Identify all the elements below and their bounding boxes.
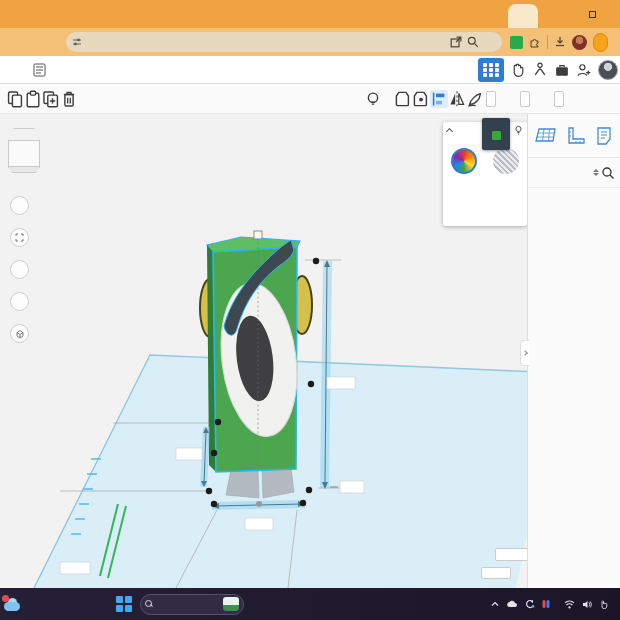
design-properties-icon[interactable] bbox=[33, 63, 46, 77]
sidebar-collapse-handle[interactable] bbox=[520, 340, 529, 366]
browser-address-bar bbox=[0, 28, 620, 56]
group-icon[interactable] bbox=[394, 90, 412, 108]
editor-toolbar bbox=[0, 84, 620, 114]
app-alert-icon[interactable] bbox=[542, 599, 550, 609]
touch-keyboard-icon[interactable] bbox=[599, 600, 609, 609]
open-in-new-icon[interactable] bbox=[450, 36, 462, 48]
shape-category-dropdown[interactable] bbox=[528, 158, 620, 188]
screen bbox=[0, 0, 620, 620]
zoom-page-icon[interactable] bbox=[467, 36, 479, 48]
fit-view-button[interactable] bbox=[10, 228, 29, 247]
browser-profile-avatar[interactable] bbox=[572, 35, 587, 50]
align-icon[interactable] bbox=[430, 90, 448, 108]
dropdown-arrows-icon bbox=[593, 169, 599, 176]
3d-viewport[interactable] bbox=[0, 114, 527, 588]
volume-icon[interactable] bbox=[582, 600, 592, 609]
extension-check-icon[interactable] bbox=[510, 36, 523, 49]
visibility-bulb-icon[interactable] bbox=[514, 125, 523, 135]
extensions-puzzle-icon[interactable] bbox=[529, 36, 541, 48]
download-icon[interactable] bbox=[554, 36, 566, 48]
tab-search-chevron-icon[interactable] bbox=[4, 7, 18, 21]
export-button[interactable] bbox=[520, 91, 530, 107]
notes-tool-icon[interactable] bbox=[595, 126, 613, 146]
new-tab-button[interactable] bbox=[544, 7, 558, 21]
divider bbox=[547, 35, 548, 49]
shapes-sidebar bbox=[527, 114, 620, 588]
solid-material-swatch[interactable] bbox=[451, 148, 477, 174]
maximize-button[interactable] bbox=[589, 11, 596, 18]
header-actions bbox=[478, 56, 618, 84]
ungroup-icon[interactable] bbox=[412, 90, 430, 108]
paste-icon[interactable] bbox=[24, 90, 42, 108]
start-button[interactable] bbox=[116, 596, 132, 612]
copy-icon[interactable] bbox=[6, 90, 24, 108]
mirror-icon[interactable] bbox=[448, 90, 466, 108]
window-controls bbox=[575, 0, 618, 28]
weather-widget[interactable] bbox=[4, 597, 112, 611]
tray-chevron-icon[interactable] bbox=[491, 601, 499, 607]
logo-tile bbox=[11, 59, 17, 65]
sync-icon[interactable] bbox=[525, 599, 535, 609]
finish-update-button[interactable] bbox=[593, 33, 608, 52]
zoom-in-button[interactable] bbox=[10, 260, 29, 279]
search-shapes-icon[interactable] bbox=[601, 166, 615, 180]
view-cube-bottom[interactable] bbox=[8, 167, 40, 173]
invite-person-icon[interactable] bbox=[576, 62, 592, 78]
weather-alert-badge bbox=[2, 595, 9, 602]
redo-icon[interactable] bbox=[102, 90, 120, 108]
search-icon bbox=[145, 600, 153, 608]
collapse-panel-icon[interactable] bbox=[446, 127, 453, 134]
windows-taskbar bbox=[0, 588, 620, 620]
view-cube-top[interactable] bbox=[8, 128, 40, 141]
weather-icon bbox=[4, 597, 22, 611]
delete-icon[interactable] bbox=[60, 90, 78, 108]
url-bar[interactable] bbox=[66, 32, 502, 52]
search-daily-art bbox=[223, 597, 239, 611]
active-tab[interactable] bbox=[508, 4, 538, 28]
logo-tile bbox=[4, 59, 10, 65]
site-info-icon[interactable] bbox=[72, 37, 82, 47]
logo-tile bbox=[19, 59, 25, 65]
perspective-toggle-button[interactable] bbox=[10, 324, 29, 343]
view-cube-front[interactable] bbox=[8, 141, 40, 167]
import-button[interactable] bbox=[486, 91, 496, 107]
back-button[interactable] bbox=[4, 34, 20, 50]
user-avatar[interactable] bbox=[598, 60, 618, 80]
tools-icon[interactable] bbox=[532, 62, 548, 78]
bookmark-star-icon[interactable] bbox=[484, 36, 496, 48]
hole-material-swatch[interactable] bbox=[493, 148, 519, 174]
taskbar-search[interactable] bbox=[140, 594, 244, 615]
snap-grid-dropdown[interactable] bbox=[481, 567, 511, 579]
dashboard-grid-button[interactable] bbox=[478, 58, 504, 82]
settings-button[interactable] bbox=[495, 548, 527, 561]
logo-tile bbox=[11, 66, 17, 72]
logo-tile bbox=[11, 74, 17, 80]
undo-icon[interactable] bbox=[82, 90, 100, 108]
home-view-button[interactable] bbox=[10, 196, 29, 215]
briefcase-icon[interactable] bbox=[554, 62, 570, 78]
send-to-button[interactable] bbox=[554, 91, 564, 107]
view-cube[interactable] bbox=[8, 128, 40, 174]
ruler-tool-icon[interactable] bbox=[566, 126, 586, 146]
wifi-icon[interactable] bbox=[564, 600, 575, 609]
system-tray bbox=[491, 588, 616, 620]
bulb-caret-icon[interactable] bbox=[378, 90, 388, 108]
logo-tile bbox=[19, 74, 25, 80]
duplicate-icon[interactable] bbox=[42, 90, 60, 108]
workplane-tool-icon[interactable] bbox=[535, 126, 557, 146]
forward-button[interactable] bbox=[24, 34, 40, 50]
logo-tile bbox=[4, 66, 10, 72]
tooltip-shortcut bbox=[492, 131, 501, 140]
logo-tile bbox=[4, 74, 10, 80]
robot-left-foot[interactable] bbox=[226, 469, 259, 498]
tinkercad-logo[interactable] bbox=[4, 59, 25, 80]
zoom-out-button[interactable] bbox=[10, 292, 29, 311]
reload-button[interactable] bbox=[44, 34, 60, 50]
snap-grid-control bbox=[478, 567, 511, 579]
hand-tool-icon[interactable] bbox=[510, 62, 526, 78]
tinkercad-header bbox=[0, 56, 620, 84]
onedrive-icon[interactable] bbox=[506, 600, 518, 608]
shape-gallery bbox=[528, 188, 620, 584]
notes-icon[interactable] bbox=[466, 90, 484, 108]
align-tooltip bbox=[482, 118, 510, 150]
